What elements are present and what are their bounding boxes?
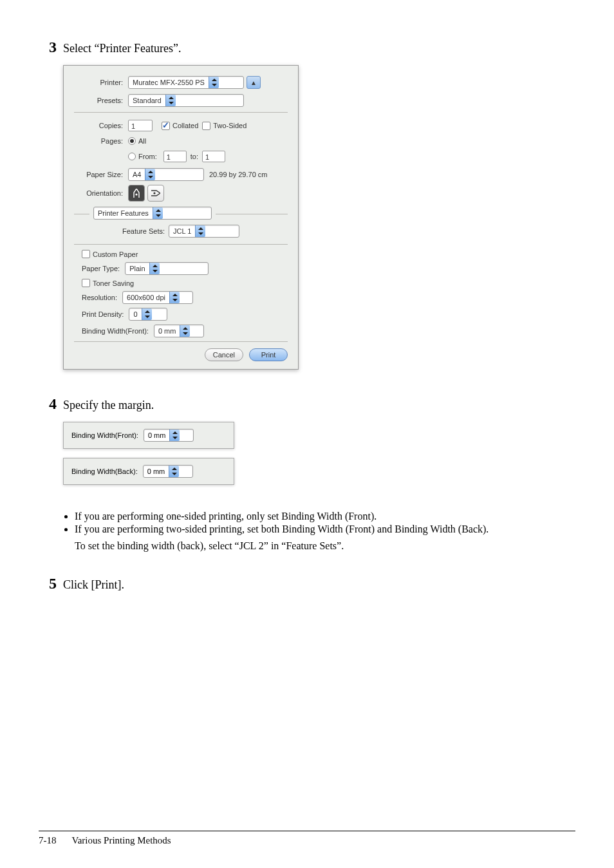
label-paper-size: Paper Size:: [74, 171, 128, 178]
pages-all-radio[interactable]: All: [128, 137, 146, 145]
pages-from-input[interactable]: 1: [163, 151, 187, 162]
print-density-select[interactable]: 0: [129, 308, 167, 321]
label-resolution: Resolution:: [82, 294, 122, 301]
presets-select[interactable]: Standard: [128, 94, 244, 107]
step-number-4: 4: [39, 395, 57, 413]
dropdown-arrows-icon: [169, 292, 180, 303]
label-paper-type: Paper Type:: [82, 265, 125, 272]
pages-from-radio[interactable]: From:: [128, 153, 157, 160]
bullet-2: If you are performing two-sided printing…: [75, 524, 575, 535]
checkbox-icon: [82, 250, 90, 258]
page-number: 7-18: [39, 835, 57, 846]
svg-point-0: [135, 193, 137, 195]
dropdown-arrows-icon: [149, 263, 160, 274]
dropdown-arrows-icon: [169, 466, 179, 477]
paper-type-select[interactable]: Plain: [125, 262, 209, 275]
to-label: to:: [187, 153, 202, 160]
binding-back-snippet: Binding Width(Back): 0 mm: [63, 458, 234, 485]
step-text-5: Click [Print].: [63, 575, 124, 594]
pages-all-label: All: [138, 137, 146, 145]
paper-size-value: A4: [129, 171, 145, 178]
label-binding-front: Binding Width(Front):: [82, 327, 154, 335]
dropdown-arrows-icon: [209, 77, 219, 88]
binding-front-value: 0 mm: [144, 431, 170, 439]
orientation-portrait-button[interactable]: [128, 185, 145, 202]
label-feature-sets: Feature Sets:: [122, 227, 169, 235]
two-sided-label: Two-Sided: [213, 122, 247, 129]
step-number-3: 3: [39, 39, 57, 56]
label-presets: Presets:: [74, 97, 128, 104]
dropdown-arrows-icon: [180, 325, 190, 337]
landscape-icon: [151, 189, 160, 197]
step-text-4: Specify the margin.: [63, 395, 154, 414]
section-value: Printer Features: [94, 209, 153, 217]
pages-to-input[interactable]: 1: [202, 151, 225, 162]
printer-value: Muratec MFX-2550 PS: [129, 79, 209, 86]
step-text-3: Select “Printer Features”.: [63, 39, 181, 57]
feature-sets-value: JCL 1: [169, 227, 195, 235]
paper-type-value: Plain: [126, 265, 149, 272]
print-density-value: 0: [129, 310, 141, 318]
copies-input[interactable]: 1: [128, 120, 153, 131]
two-sided-checkbox[interactable]: Two-Sided: [202, 122, 247, 130]
label-binding-front: Binding Width(Front):: [71, 431, 144, 439]
divider: [74, 112, 288, 113]
dropdown-arrows-icon: [195, 225, 205, 237]
binding-front-snippet: Binding Width(Front): 0 mm: [63, 422, 234, 449]
checkbox-icon: [202, 122, 210, 130]
bullet-1: If you are performing one-sided printing…: [75, 511, 575, 522]
label-print-density: Print Density:: [82, 310, 129, 318]
binding-front-select[interactable]: 0 mm: [144, 429, 194, 442]
presets-value: Standard: [129, 97, 165, 104]
dropdown-arrows-icon: [145, 169, 155, 180]
collated-label: Collated: [172, 122, 198, 129]
radio-selected-icon: [128, 137, 136, 145]
toner-saving-checkbox[interactable]: Toner Saving: [82, 279, 134, 287]
divider: [74, 244, 288, 245]
section-select[interactable]: Printer Features: [93, 207, 212, 220]
printer-select[interactable]: Muratec MFX-2550 PS: [128, 76, 244, 89]
dropdown-arrows-icon: [142, 308, 152, 320]
label-binding-back: Binding Width(Back):: [71, 467, 143, 475]
from-label: From:: [138, 153, 157, 160]
label-printer: Printer:: [74, 79, 128, 86]
label-pages: Pages:: [74, 137, 128, 145]
step-number-5: 5: [39, 575, 57, 592]
divider: [74, 341, 288, 342]
custom-paper-label: Custom Paper: [93, 250, 138, 258]
paper-dimensions: 20.99 by 29.70 cm: [204, 171, 268, 178]
dropdown-arrows-icon: [165, 95, 176, 106]
label-copies: Copies:: [74, 122, 128, 129]
resolution-select[interactable]: 600x600 dpi: [122, 291, 193, 304]
custom-paper-checkbox[interactable]: Custom Paper: [82, 250, 138, 258]
binding-back-select[interactable]: 0 mm: [143, 465, 193, 478]
collated-checkbox[interactable]: Collated: [162, 122, 198, 130]
dropdown-arrows-icon: [153, 207, 163, 219]
checkbox-checked-icon: [162, 122, 170, 130]
divider: [216, 214, 288, 214]
feature-sets-select[interactable]: JCL 1: [169, 225, 239, 238]
orientation-landscape-button[interactable]: [147, 185, 164, 202]
note-text: To set the binding width (back), select …: [75, 540, 575, 552]
binding-front-select[interactable]: 0 mm: [154, 325, 204, 337]
paper-size-select[interactable]: A4: [128, 168, 204, 181]
binding-back-value: 0 mm: [144, 467, 169, 475]
radio-icon: [128, 153, 136, 160]
print-button[interactable]: Print: [249, 348, 288, 361]
svg-point-1: [153, 192, 155, 194]
dropdown-arrows-icon: [169, 429, 180, 441]
resolution-value: 600x600 dpi: [123, 294, 169, 301]
printer-disclosure-button[interactable]: ▲: [247, 76, 261, 89]
divider: [74, 214, 89, 214]
checkbox-icon: [82, 279, 90, 287]
label-orientation: Orientation:: [74, 189, 128, 197]
portrait-icon: [133, 189, 140, 198]
toner-saving-label: Toner Saving: [93, 279, 134, 287]
footer-title: Various Printing Methods: [72, 835, 171, 846]
cancel-button[interactable]: Cancel: [205, 348, 243, 361]
print-dialog: Printer: Muratec MFX-2550 PS ▲ Presets: …: [63, 65, 299, 370]
binding-front-value: 0 mm: [154, 327, 180, 335]
